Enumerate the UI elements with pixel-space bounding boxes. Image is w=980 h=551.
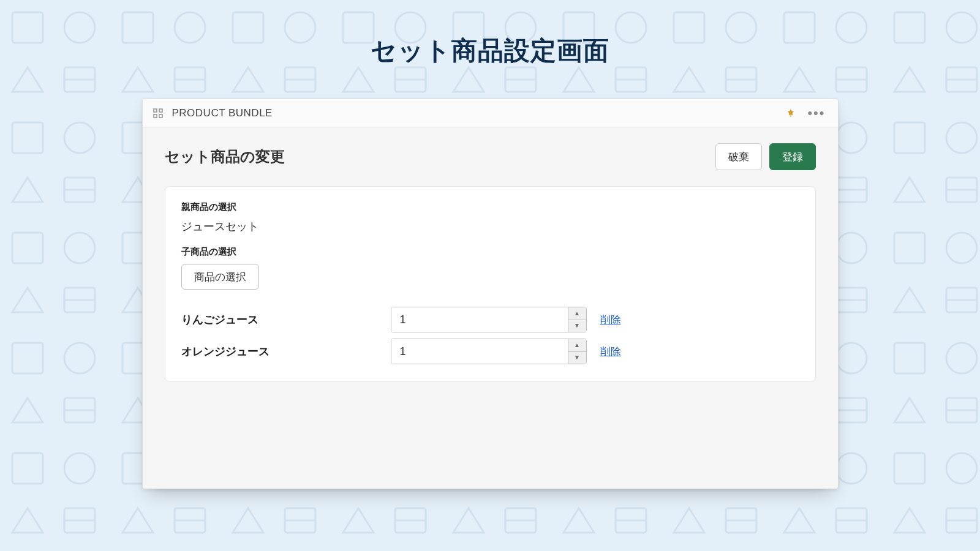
select-product-button[interactable]: 商品の選択 <box>181 264 259 290</box>
quantity-stepper[interactable]: ▲ ▼ <box>391 307 587 332</box>
app-panel: PRODUCT BUNDLE ••• セット商品の変更 破棄 登録 親商品の選択… <box>142 99 839 489</box>
child-products-label: 子商品の選択 <box>181 246 799 258</box>
child-item-row: オレンジジュース ▲ ▼ 削除 <box>181 339 799 364</box>
child-item-name: りんごジュース <box>181 312 377 327</box>
parent-product-label: 親商品の選択 <box>181 201 799 213</box>
panel-heading: セット商品の変更 <box>165 147 708 167</box>
bundle-icon <box>153 108 164 119</box>
delete-link[interactable]: 削除 <box>600 345 621 359</box>
quantity-input[interactable] <box>391 339 568 364</box>
pin-icon[interactable] <box>785 108 796 119</box>
topbar-title: PRODUCT BUNDLE <box>172 107 273 119</box>
svg-rect-4 <box>791 113 791 116</box>
more-icon[interactable]: ••• <box>805 107 827 120</box>
stepper-down-icon[interactable]: ▼ <box>568 352 586 364</box>
submit-button[interactable]: 登録 <box>769 143 816 170</box>
delete-link[interactable]: 削除 <box>600 313 621 327</box>
bundle-card: 親商品の選択 ジュースセット 子商品の選択 商品の選択 りんごジュース ▲ ▼ … <box>165 186 816 382</box>
page-title: セット商品設定画面 <box>0 0 980 68</box>
svg-rect-3 <box>159 114 162 118</box>
svg-rect-2 <box>154 114 157 118</box>
stepper-up-icon[interactable]: ▲ <box>568 307 586 320</box>
panel-header: セット商品の変更 破棄 登録 <box>143 127 838 170</box>
parent-product-value: ジュースセット <box>181 219 799 234</box>
stepper-up-icon[interactable]: ▲ <box>568 339 586 352</box>
discard-button[interactable]: 破棄 <box>715 143 762 170</box>
quantity-input[interactable] <box>391 307 568 332</box>
panel-topbar: PRODUCT BUNDLE ••• <box>143 99 838 127</box>
child-item-row: りんごジュース ▲ ▼ 削除 <box>181 307 799 332</box>
child-item-name: オレンジジュース <box>181 344 377 359</box>
svg-rect-0 <box>154 109 157 112</box>
stepper-down-icon[interactable]: ▼ <box>568 320 586 332</box>
svg-rect-1 <box>159 109 162 112</box>
quantity-stepper[interactable]: ▲ ▼ <box>391 339 587 364</box>
